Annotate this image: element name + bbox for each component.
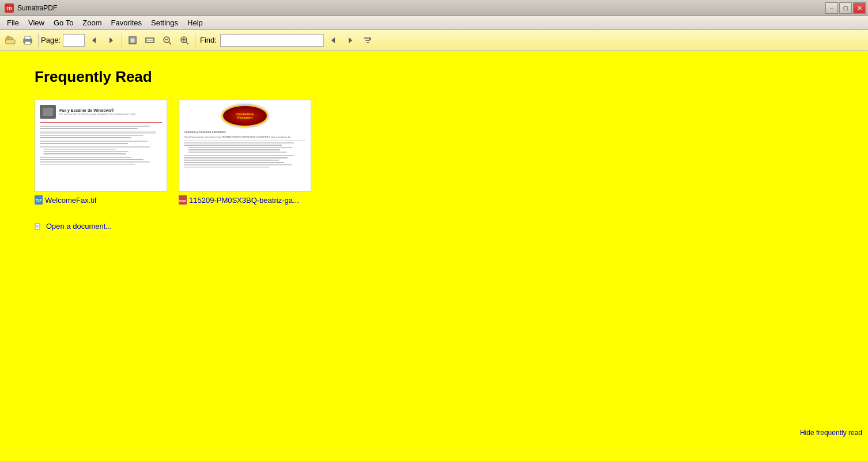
doc-thumbnail-2: Oriental PearlRestaurant Llenamos y hace… — [179, 100, 311, 192]
svg-text:PDF: PDF — [179, 199, 186, 203]
menu-goto[interactable]: Go To — [49, 17, 78, 29]
menu-help[interactable]: Help — [183, 17, 207, 29]
svg-rect-1 — [7, 36, 10, 38]
zoom-out-button[interactable] — [159, 32, 175, 48]
toolbar-separator-1 — [38, 33, 39, 47]
svg-rect-4 — [25, 36, 31, 39]
find-label: Find: — [200, 36, 217, 44]
svg-point-6 — [29, 40, 31, 41]
open-document-icon — [35, 222, 43, 231]
find-prev-button[interactable] — [325, 32, 341, 48]
svg-marker-21 — [349, 37, 352, 43]
svg-marker-20 — [331, 37, 335, 43]
fit-page-button[interactable] — [124, 32, 141, 48]
doc-name-1: TIF WelcomeFax.tif — [35, 195, 96, 205]
find-options-button[interactable] — [360, 32, 376, 48]
toolbar-separator-2 — [122, 33, 122, 47]
toolbar: Page: — [0, 30, 868, 51]
find-next-button[interactable] — [342, 32, 358, 48]
svg-marker-8 — [110, 37, 113, 43]
hide-frequently-read-link[interactable]: Hide frequently read — [800, 429, 862, 437]
open-document-link[interactable]: Open a document... — [35, 222, 833, 231]
doc-thumbnail-1: Fax y Escáner de Windows® Un ver los fax… — [35, 100, 167, 192]
find-input[interactable] — [220, 34, 324, 47]
maximize-button[interactable]: □ — [839, 2, 852, 14]
doc-item-1[interactable]: Fax y Escáner de Windows® Un ver los fax… — [35, 100, 167, 205]
window-title: SumatraPDF — [17, 4, 57, 12]
open-document-label: Open a document... — [46, 222, 112, 231]
fit-width-button[interactable] — [142, 32, 158, 48]
window-controls: – □ ✕ — [825, 2, 866, 14]
svg-line-19 — [186, 42, 188, 44]
section-title: Frequently Read — [35, 68, 833, 86]
main-content: Frequently Read Fax y Escáner de Windows… — [0, 51, 868, 443]
svg-rect-2 — [6, 40, 15, 44]
menu-favorites[interactable]: Favorites — [107, 17, 146, 29]
print-button[interactable] — [20, 32, 36, 48]
doc-filename-1: WelcomeFax.tif — [45, 196, 96, 205]
menu-settings[interactable]: Settings — [146, 17, 183, 29]
svg-text:TIF: TIF — [36, 199, 42, 203]
menu-file[interactable]: File — [2, 17, 24, 29]
toolbar-separator-3 — [195, 33, 195, 47]
page-input[interactable] — [63, 34, 85, 47]
next-page-button[interactable] — [103, 32, 119, 48]
open-button[interactable] — [2, 32, 18, 48]
docs-grid: Fax y Escáner de Windows® Un ver los fax… — [35, 100, 833, 205]
doc-filename-2: 115209-PM0SX3BQ-beatriz-ga... — [189, 196, 299, 205]
svg-marker-7 — [92, 37, 96, 43]
menu-zoom[interactable]: Zoom — [78, 17, 106, 29]
app-icon: rn — [5, 3, 14, 13]
menu-view[interactable]: View — [24, 17, 49, 29]
close-button[interactable]: ✕ — [853, 2, 866, 14]
zoom-in-button[interactable] — [176, 32, 193, 48]
doc-item-2[interactable]: Oriental PearlRestaurant Llenamos y hace… — [179, 100, 311, 205]
titlebar: rn SumatraPDF – □ ✕ — [0, 0, 868, 16]
svg-rect-5 — [25, 41, 31, 44]
menubar: File View Go To Zoom Favorites Settings … — [0, 16, 868, 30]
page-label: Page: — [41, 36, 61, 44]
svg-rect-10 — [130, 38, 135, 43]
prev-page-button[interactable] — [86, 32, 102, 48]
minimize-button[interactable]: – — [825, 2, 838, 14]
svg-line-15 — [169, 42, 171, 44]
doc-name-2: PDF 115209-PM0SX3BQ-beatriz-ga... — [179, 195, 299, 205]
